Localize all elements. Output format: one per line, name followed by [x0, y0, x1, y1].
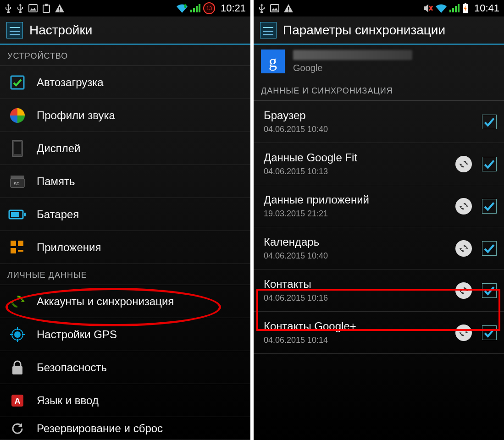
svg-rect-0 [29, 5, 37, 12]
settings-row-apps[interactable]: Приложения [0, 231, 250, 264]
action-bar: Настройки [0, 16, 250, 45]
svg-rect-16 [11, 241, 16, 246]
page-title: Настройки [29, 23, 92, 38]
phone-sync-settings: 10:41 Параметры синхронизации g Google Д… [254, 0, 504, 440]
usb-icon [17, 4, 24, 13]
action-bar: Параметры синхронизации [254, 16, 504, 45]
section-header-personal: ЛИЧНЫЕ ДАННЫЕ [0, 264, 250, 285]
sync-checkbox[interactable] [482, 199, 497, 214]
svg-text:A: A [15, 396, 21, 406]
sync-item-time: 04.06.2015 10:14 [264, 336, 455, 345]
settings-row-label: Автозагрузка [37, 76, 104, 89]
sync-item-title: Календарь [264, 236, 455, 248]
settings-row-label: Память [37, 175, 75, 188]
status-bar: 13 10:21 [0, 0, 250, 16]
sync-item-title: Контакты [264, 278, 455, 291]
gps-icon [7, 324, 28, 345]
autoload-icon [7, 72, 28, 93]
account-header[interactable]: g Google [254, 45, 504, 80]
sync-checkbox[interactable] [482, 241, 497, 256]
svg-rect-25 [271, 5, 279, 12]
settings-row-label: Резервирование и сброс [37, 422, 163, 435]
settings-row-label: Язык и ввод [37, 394, 99, 407]
wifi-icon [177, 4, 188, 13]
sound-profiles-icon [7, 105, 28, 126]
sync-icon [7, 292, 28, 312]
svg-rect-29 [465, 3, 466, 4]
svg-rect-2 [45, 4, 48, 6]
sync-checkbox[interactable] [482, 325, 497, 340]
svg-point-20 [14, 331, 21, 338]
sync-item-time: 04.06.2015 10:13 [264, 167, 455, 176]
wifi-icon [436, 4, 447, 13]
section-header-sync: ДАННЫЕ И СИНХРОНИЗАЦИЯ [254, 80, 504, 101]
picture-icon [270, 4, 279, 12]
usb-icon [258, 4, 266, 13]
warning-icon [284, 4, 293, 12]
settings-row-label: Настройки GPS [37, 328, 117, 341]
mute-icon [423, 4, 433, 13]
sync-row[interactable]: Контакты Google+04.06.2015 10:14 [254, 312, 504, 354]
svg-rect-3 [59, 7, 60, 10]
sync-row[interactable]: Контакты04.06.2015 10:16 [254, 270, 504, 312]
sync-item-title: Контакты Google+ [264, 320, 455, 333]
svg-text:SD: SD [14, 182, 20, 186]
account-email-blurred [293, 50, 412, 60]
svg-rect-19 [18, 250, 23, 252]
warning-icon [55, 4, 64, 12]
display-icon [7, 138, 28, 159]
sync-row[interactable]: Данные приложений19.03.2015 21:21 [254, 185, 504, 227]
sync-checkbox[interactable] [482, 157, 497, 171]
refresh-icon[interactable] [455, 198, 472, 214]
sync-row[interactable]: Данные Google Fit04.06.2015 10:13 [254, 143, 504, 185]
svg-rect-22 [12, 366, 22, 374]
usb-icon [5, 4, 12, 13]
settings-row-label: Профили звука [37, 109, 115, 122]
settings-row-battery[interactable]: Батарея [0, 198, 250, 231]
settings-sliders-icon [260, 22, 277, 38]
sync-row[interactable]: Календарь04.06.2015 10:40 [254, 227, 504, 270]
settings-row-sound[interactable]: Профили звука [0, 99, 250, 132]
settings-row-display[interactable]: Дисплей [0, 132, 250, 165]
page-title: Параметры синхронизации [283, 23, 445, 38]
svg-rect-27 [288, 11, 289, 11]
settings-row-gps[interactable]: Настройки GPS [0, 318, 250, 351]
sync-item-time: 04.06.2015 10:16 [264, 293, 455, 303]
svg-rect-9 [14, 142, 21, 154]
refresh-icon[interactable] [455, 282, 472, 299]
svg-rect-18 [11, 248, 16, 253]
settings-row-label: Батарея [37, 208, 79, 221]
sync-item-time: 04.06.2015 10:40 [264, 125, 482, 134]
settings-row-label: Дисплей [37, 142, 80, 155]
settings-row-storage[interactable]: SD Память [0, 165, 250, 198]
sync-item-time: 04.06.2015 10:40 [264, 251, 455, 261]
svg-rect-1 [43, 5, 50, 12]
svg-rect-14 [11, 212, 19, 217]
refresh-icon[interactable] [455, 240, 472, 257]
battery-charging-icon [462, 3, 469, 14]
settings-row-backup[interactable]: Резервирование и сброс [0, 417, 250, 440]
signal-icon [449, 4, 460, 12]
settings-row-autoload[interactable]: Автозагрузка [0, 66, 250, 99]
settings-row-accounts[interactable]: Аккаунты и синхронизация [0, 285, 250, 318]
sync-row[interactable]: Браузер04.06.2015 10:40 [254, 101, 504, 143]
apps-icon [7, 237, 28, 258]
refresh-icon[interactable] [455, 156, 472, 172]
lock-icon [7, 358, 28, 378]
sync-item-title: Браузер [264, 109, 482, 122]
sync-checkbox[interactable] [482, 283, 497, 298]
settings-row-label: Приложения [37, 241, 101, 254]
refresh-icon[interactable] [455, 324, 472, 341]
sync-item-title: Данные приложений [264, 193, 455, 206]
svg-rect-4 [59, 11, 60, 11]
picture-icon [28, 4, 38, 12]
status-clock: 10:21 [221, 2, 246, 14]
backup-icon [7, 418, 28, 439]
settings-row-security[interactable]: Безопасность [0, 351, 250, 384]
google-g-icon: g [261, 50, 285, 73]
signal-icon [190, 4, 200, 12]
clipboard-icon [42, 4, 50, 13]
sync-checkbox[interactable] [482, 115, 497, 129]
settings-row-language[interactable]: A Язык и ввод [0, 384, 250, 417]
svg-rect-17 [18, 241, 23, 246]
